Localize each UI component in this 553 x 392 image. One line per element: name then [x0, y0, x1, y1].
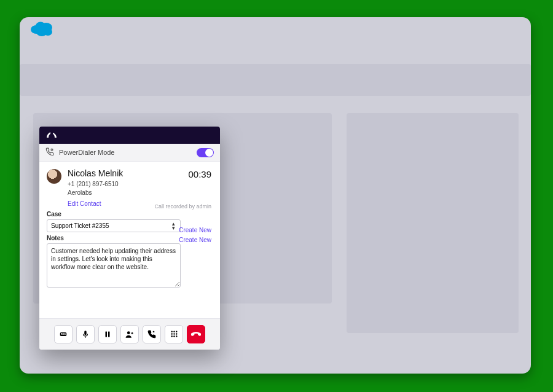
svg-point-12	[171, 331, 172, 332]
svg-rect-8	[85, 336, 85, 337]
record-button[interactable]: REC	[54, 325, 73, 343]
call-controls: REC	[39, 318, 220, 350]
svg-point-17	[176, 334, 177, 335]
svg-point-20	[176, 336, 177, 337]
mute-button[interactable]	[76, 325, 95, 343]
recording-note: Call recorded by admin	[154, 203, 211, 210]
toggle-knob	[205, 149, 213, 157]
avatar[interactable]	[47, 169, 61, 184]
dialpad-button[interactable]	[165, 325, 183, 343]
background-panel-right	[347, 113, 519, 333]
svg-point-11	[127, 331, 130, 334]
call-body: Nicolas Melnik +1 (201) 897-6510 Aerolab…	[39, 162, 220, 318]
svg-point-16	[173, 334, 175, 335]
svg-point-5	[51, 149, 53, 151]
pause-button[interactable]	[98, 325, 117, 343]
powerdialer-toggle[interactable]	[197, 148, 214, 157]
phone-settings-icon	[45, 147, 54, 157]
svg-text:REC: REC	[61, 332, 66, 335]
dialer-widget: PowerDialer Mode Nicolas Melnik +1 (201)…	[39, 127, 220, 350]
svg-rect-9	[106, 331, 108, 337]
add-participant-button[interactable]	[120, 325, 139, 343]
dialpad-logo-icon	[45, 131, 58, 139]
call-timer: 00:39	[188, 169, 211, 179]
svg-point-4	[44, 28, 52, 36]
hangup-button[interactable]	[187, 325, 205, 343]
salesforce-logo-icon	[29, 20, 55, 41]
caller-phone: +1 (201) 897-6510	[68, 180, 213, 189]
transfer-button[interactable]	[143, 325, 161, 343]
case-select[interactable]: Support Ticket #2355	[47, 219, 181, 232]
notes-create-new-link[interactable]: Create New	[179, 237, 211, 243]
background-panel-top	[20, 64, 531, 96]
svg-rect-10	[108, 331, 110, 337]
notes-textarea[interactable]	[47, 243, 181, 288]
svg-point-19	[173, 336, 175, 337]
mode-bar: PowerDialer Mode	[39, 144, 220, 162]
edit-contact-link[interactable]: Edit Contact	[68, 200, 101, 208]
svg-point-13	[173, 331, 175, 332]
svg-point-15	[171, 334, 172, 335]
caller-company: Aerolabs	[68, 189, 213, 197]
mode-label: PowerDialer Mode	[59, 149, 114, 156]
dialer-header[interactable]	[39, 127, 220, 144]
svg-point-18	[171, 336, 172, 337]
case-create-new-link[interactable]: Create New	[179, 227, 211, 233]
svg-point-14	[176, 331, 177, 332]
case-label: Case	[47, 211, 213, 218]
